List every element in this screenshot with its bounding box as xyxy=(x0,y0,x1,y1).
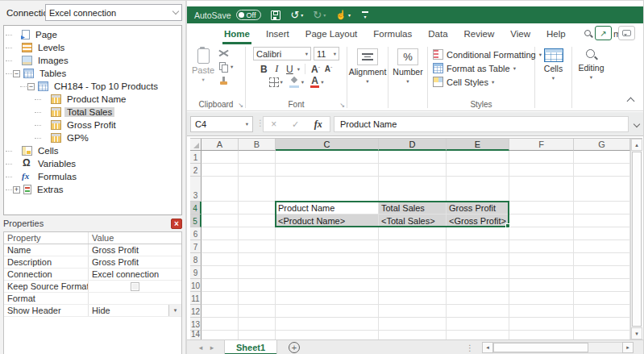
cell-D7[interactable] xyxy=(379,240,447,253)
tree-item-total-sales[interactable]: Total Sales xyxy=(4,106,181,119)
connection-dropdown[interactable]: Excel connection xyxy=(45,4,182,21)
cell-F9[interactable] xyxy=(509,266,574,279)
tree-item-ch184-top-10-products[interactable]: −CH184 - Top 10 Products xyxy=(4,80,181,93)
cells-button[interactable]: Cells ▾ xyxy=(535,44,571,110)
expand-formula-bar-button[interactable] xyxy=(634,121,640,127)
cancel-button[interactable]: × xyxy=(271,119,276,130)
tab-formulas[interactable]: Formulas xyxy=(365,23,420,44)
property-value[interactable]: Gross Profit xyxy=(89,256,181,268)
save-button[interactable] xyxy=(271,10,280,20)
close-icon[interactable]: × xyxy=(171,219,182,229)
cell-D14[interactable] xyxy=(379,331,447,339)
formula-input[interactable]: Product Name xyxy=(334,116,629,132)
fill-color-button[interactable]: ▾ xyxy=(289,77,304,87)
cell-F12[interactable] xyxy=(509,305,574,318)
cell-A10[interactable] xyxy=(202,279,239,292)
cell-C1[interactable] xyxy=(276,151,379,164)
font-name-combo[interactable]: Calibri▾ xyxy=(253,47,311,60)
tab-insert[interactable]: Insert xyxy=(258,23,297,44)
tree-item-product-name[interactable]: Product Name xyxy=(4,93,181,106)
select-all-corner[interactable] xyxy=(190,139,202,151)
tab-help[interactable]: Help xyxy=(538,23,574,44)
row-header-11[interactable]: 11 xyxy=(190,292,202,305)
tree-item-formulas[interactable]: Formulas xyxy=(4,170,181,183)
cell-B3[interactable] xyxy=(239,177,276,202)
row-header-10[interactable]: 10 xyxy=(190,279,202,292)
cell-G2[interactable] xyxy=(574,164,630,177)
cell-D12[interactable] xyxy=(379,305,447,318)
cell-C6[interactable] xyxy=(276,227,379,240)
tree-expander[interactable]: − xyxy=(27,83,35,90)
tree-item-extras[interactable]: +Extras xyxy=(4,183,181,196)
tree-expander[interactable]: − xyxy=(13,70,20,77)
cell-E6[interactable] xyxy=(447,227,509,240)
scroll-up-button[interactable]: ▴ xyxy=(631,139,642,151)
property-value[interactable]: Hide▾ xyxy=(89,305,181,316)
cell-D10[interactable] xyxy=(379,279,447,292)
cell-E7[interactable] xyxy=(447,240,509,253)
column-header-B[interactable]: B xyxy=(239,139,276,151)
tree-expander[interactable]: + xyxy=(13,186,20,194)
cell-D13[interactable] xyxy=(379,318,447,331)
horizontal-scroll-track[interactable] xyxy=(493,342,622,353)
row-header-5[interactable]: 5 xyxy=(190,214,202,227)
scroll-right-button[interactable]: ▸ xyxy=(622,342,634,353)
cell-A9[interactable] xyxy=(202,266,239,279)
cell-F6[interactable] xyxy=(509,227,574,240)
cell-B4[interactable] xyxy=(239,202,276,214)
cell-G7[interactable] xyxy=(574,240,630,253)
collapse-ribbon-button[interactable] xyxy=(627,98,635,106)
cut-button[interactable] xyxy=(219,48,233,58)
cell-styles-button[interactable]: Cell Styles ▾ xyxy=(433,75,534,89)
cell-D8[interactable] xyxy=(379,253,447,266)
customize-quick-access-toolbar-button[interactable]: ▾ xyxy=(362,11,368,19)
cell-A6[interactable] xyxy=(202,227,239,240)
cell-F3[interactable] xyxy=(509,177,574,202)
cell-C3[interactable] xyxy=(276,177,379,202)
cell-D4[interactable]: Total Sales xyxy=(379,202,447,214)
cell-B13[interactable] xyxy=(239,318,276,331)
tree-item-gross-profit[interactable]: Gross Profit xyxy=(4,119,181,131)
cell-G8[interactable] xyxy=(574,253,630,266)
cell-F8[interactable] xyxy=(509,253,574,266)
cell-A13[interactable] xyxy=(202,318,239,331)
share-button[interactable]: ↗ xyxy=(595,26,612,40)
tree-item-images[interactable]: Images xyxy=(4,54,181,67)
cell-B1[interactable] xyxy=(239,151,276,164)
editing-button[interactable]: Editing ▾ xyxy=(572,44,610,110)
cell-G4[interactable] xyxy=(574,202,630,214)
cell-F1[interactable] xyxy=(509,151,574,164)
row-header-13[interactable]: 13 xyxy=(190,318,202,331)
undo-button[interactable]: ↺▾ xyxy=(290,10,303,20)
cell-D3[interactable] xyxy=(379,177,447,202)
cell-C13[interactable] xyxy=(276,318,379,331)
property-value[interactable] xyxy=(89,281,181,292)
paste-button[interactable]: Paste ▾ xyxy=(192,48,214,83)
cell-D1[interactable] xyxy=(379,151,447,164)
vertical-scroll-thumb[interactable] xyxy=(632,152,642,327)
cell-F4[interactable] xyxy=(509,202,574,214)
horizontal-scroll-thumb[interactable] xyxy=(493,343,588,352)
tab-review[interactable]: Review xyxy=(456,23,503,44)
row-header-4[interactable]: 4 xyxy=(190,202,202,214)
font-dialog-launcher[interactable]: ↘ xyxy=(339,102,345,109)
bold-button[interactable]: B xyxy=(259,63,269,75)
cell-G1[interactable] xyxy=(574,151,630,164)
cell-F11[interactable] xyxy=(509,292,574,305)
cell-G11[interactable] xyxy=(574,292,630,305)
cell-D6[interactable] xyxy=(379,227,447,240)
name-box[interactable]: C4 ▾ xyxy=(190,116,253,132)
clipboard-dialog-launcher[interactable]: ↘ xyxy=(238,102,243,109)
tab-scroll-splitter[interactable]: ⋮ xyxy=(466,344,474,352)
scroll-down-button[interactable]: ▾ xyxy=(631,327,642,339)
cell-A7[interactable] xyxy=(202,240,239,253)
cell-F14[interactable] xyxy=(509,331,574,339)
row-header-1[interactable]: 1 xyxy=(190,151,202,164)
cell-E2[interactable] xyxy=(447,164,509,177)
cell-A3[interactable] xyxy=(202,177,239,202)
row-header-14[interactable]: 14 xyxy=(190,331,202,339)
cell-F2[interactable] xyxy=(509,164,574,177)
conditional-formatting-button[interactable]: Conditional Formatting ▾ xyxy=(433,48,534,61)
touch-mouse-mode-button[interactable]: ☝▾ xyxy=(335,10,351,20)
cell-D9[interactable] xyxy=(379,266,447,279)
